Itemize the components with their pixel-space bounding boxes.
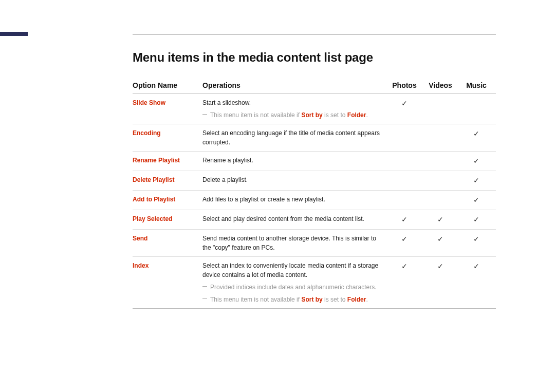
option-desc: Add files to a playlist or create a new … [202, 195, 385, 204]
content-area: Menu items in the media content list pag… [133, 50, 496, 309]
col-header-photos: Photos [388, 77, 424, 94]
check-videos: ✓ [424, 257, 460, 309]
note-highlight: Folder [347, 296, 366, 303]
note-text: is set to [323, 296, 347, 303]
check-photos: ✓ [388, 257, 424, 309]
table-row: Play Selected Select and play desired co… [133, 210, 496, 230]
check-videos [424, 152, 460, 171]
table-row: Delete Playlist Delete a playlist. ✓ [133, 171, 496, 191]
options-table: Option Name Operations Photos Videos Mus… [133, 77, 496, 309]
table-row: Rename Playlist Rename a playlist. ✓ [133, 152, 496, 171]
option-desc: Select an index to conveniently locate m… [202, 261, 385, 279]
top-horizontal-rule [133, 34, 496, 34]
option-note: ― This menu item is not available if Sor… [202, 110, 385, 120]
check-videos: ✓ [424, 210, 460, 230]
table-row: Encoding Select an encoding language if … [133, 124, 496, 152]
check-photos: ✓ [388, 210, 424, 230]
check-music: ✓ [460, 152, 496, 171]
check-videos [424, 124, 460, 152]
check-photos [388, 124, 424, 152]
table-row: Send Send media content to another stora… [133, 230, 496, 257]
note-dash-icon: ― [202, 283, 207, 292]
col-header-videos: Videos [424, 77, 460, 94]
note-text: Provided indices include dates and alpha… [210, 283, 385, 292]
check-photos: ✓ [388, 230, 424, 257]
table-row: Index Select an index to conveniently lo… [133, 257, 496, 309]
option-desc: Select an encoding language if the title… [202, 128, 385, 147]
option-name: Index [133, 262, 149, 269]
note-dash-icon: ― [202, 111, 207, 120]
document-page: Menu items in the media content list pag… [0, 0, 555, 392]
option-name: Encoding [133, 129, 161, 137]
check-music: ✓ [460, 191, 496, 210]
option-name: Slide Show [133, 99, 165, 106]
check-videos [424, 94, 460, 124]
check-music: ✓ [460, 257, 496, 309]
col-header-operations: Operations [202, 77, 388, 94]
note-text: This menu item is not available if [210, 111, 301, 119]
check-videos: ✓ [424, 230, 460, 257]
option-desc: Rename a playlist. [202, 156, 385, 165]
table-row: Slide Show Start a slideshow. ― This men… [133, 94, 496, 124]
corner-accent-bar [0, 32, 28, 36]
option-desc: Delete a playlist. [202, 175, 385, 184]
note-text: is set to [323, 111, 347, 119]
check-music: ✓ [460, 124, 496, 152]
note-text: This menu item is not available if [210, 296, 301, 303]
option-note: ― Provided indices include dates and alp… [202, 283, 385, 292]
check-photos [388, 152, 424, 171]
check-videos [424, 191, 460, 210]
check-photos [388, 171, 424, 191]
table-row: Add to Playlist Add files to a playlist … [133, 191, 496, 210]
table-header-row: Option Name Operations Photos Videos Mus… [133, 77, 496, 94]
check-music [460, 94, 496, 124]
option-name: Delete Playlist [133, 176, 174, 183]
note-dash-icon: ― [202, 295, 207, 304]
check-music: ✓ [460, 230, 496, 257]
check-music: ✓ [460, 171, 496, 191]
option-desc: Start a slideshow. [202, 98, 385, 107]
option-desc: Send media content to another storage de… [202, 234, 385, 252]
col-header-music: Music [460, 77, 496, 94]
page-title: Menu items in the media content list pag… [133, 50, 496, 65]
option-name: Add to Playlist [133, 196, 175, 203]
check-photos: ✓ [388, 94, 424, 124]
check-photos [388, 191, 424, 210]
note-highlight: Sort by [301, 296, 322, 303]
option-name: Play Selected [133, 215, 172, 222]
note-highlight: Sort by [301, 111, 322, 119]
check-music: ✓ [460, 210, 496, 230]
col-header-option: Option Name [133, 77, 202, 94]
option-desc: Select and play desired content from the… [202, 214, 385, 223]
check-videos [424, 171, 460, 191]
option-name: Send [133, 235, 147, 242]
note-highlight: Folder [347, 111, 366, 119]
option-note: ― This menu item is not available if Sor… [202, 295, 385, 304]
option-name: Rename Playlist [133, 157, 180, 164]
